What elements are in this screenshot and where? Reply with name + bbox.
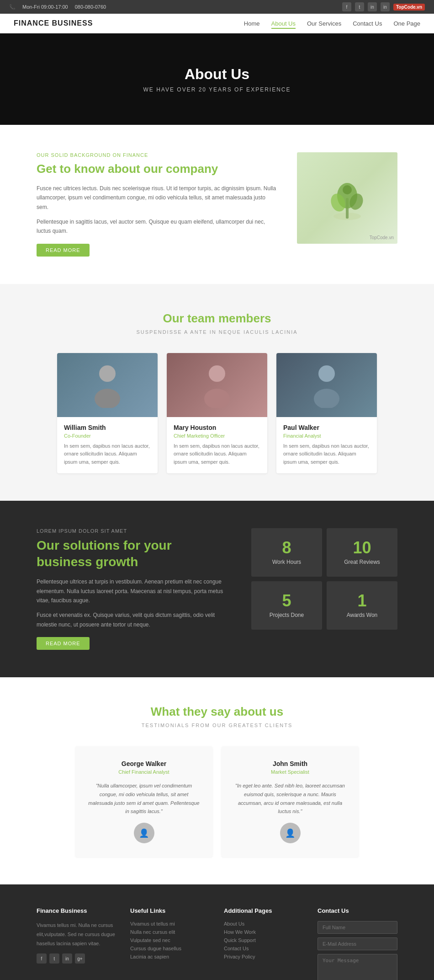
team-member-2-name: Mary Houston [174,424,260,431]
footer-page-3[interactable]: Quick Support [224,937,304,943]
stat-label-great-reviews: Great Reviews [336,559,388,565]
stat-num-projects-done: 5 [260,593,313,609]
footer-email-input[interactable] [318,937,397,950]
stats-left: LOREM IPSUM DOLOR SIT AMET Our solutions… [37,528,233,650]
stat-num-work-hours: 8 [260,540,313,556]
testimonial-1-role: Chief Financial Analyst [87,769,201,775]
footer-col-useful-links: Useful Links Vivamus ut tellus mi Nulla … [130,907,210,980]
rss-icon[interactable]: in [381,2,390,11]
stat-label-work-hours: Work Hours [260,559,313,565]
about-read-more-button[interactable]: READ MORE [37,244,90,257]
nav-home-link[interactable]: Home [244,20,260,27]
nav-about[interactable]: About Us [271,20,296,27]
about-plant-image [297,152,397,244]
top-bar-left: 📞 Mon-Fri 09:00-17:00 080-080-0760 [9,4,106,10]
footer-page-2[interactable]: How We Work [224,929,304,935]
footer-page-4[interactable]: Contact Us [224,946,304,951]
stat-label-projects-done: Projects Done [260,612,313,618]
stats-heading-green: business growth [37,555,138,569]
footer-message-textarea[interactable] [318,954,397,980]
nav-onepage-link[interactable]: One Page [393,20,420,27]
footer: Finance Business Vivamus tellus mi. Null… [0,884,434,980]
team-section: Our team members SUSPENDISSE A ANTE IN N… [0,284,434,501]
testimonials-subtitle: TESTIMONIALS FROM OUR GREATEST CLIENTS [37,723,397,728]
footer-linkedin-icon[interactable]: in [62,953,72,964]
nav-contact[interactable]: Contact Us [353,20,382,27]
stats-section: LOREM IPSUM DOLOR SIT AMET Our solutions… [0,501,434,678]
top-bar-right: f t in in TopCode.vn [342,2,425,11]
testimonial-card-2: John Smith Market Specialist "In eget le… [222,746,359,857]
stats-read-more-button[interactable]: READ MORE [37,637,90,650]
top-bar: 📞 Mon-Fri 09:00-17:00 080-080-0760 f t i… [0,0,434,14]
team-subtitle: SUSPENDISSE A ANTE IN NEQUE IACULIS LACI… [37,329,397,335]
testimonial-1-quote: "Nulla ullamcorper, ipsum vel condimentu… [87,782,201,816]
testimonial-1-name: George Walker [87,760,201,767]
footer-google-icon[interactable]: g+ [75,953,85,964]
stat-box-awards-won: 1 Awards Won [327,581,397,630]
about-text: OUR SOLID BACKGROUND ON FINANCE Get to k… [37,152,279,257]
hero-subtitle: WE HAVE OVER 20 YEARS OF EXPERIENCE [143,86,291,93]
team-grid: William Smith Co-Founder In sem sem, dap… [37,353,397,473]
nav-services[interactable]: Our Services [307,20,341,27]
svg-point-8 [209,365,225,382]
team-card-1-body: William Smith Co-Founder In sem sem, dap… [57,417,158,473]
svg-point-5 [343,185,352,194]
about-watermark: TopCode.vn [370,235,394,240]
stats-heading-normal: Our solutions for your [37,538,172,552]
stat-label-awards-won: Awards Won [336,612,388,618]
navbar: FINANCE BUSINESS Home About Us Our Servi… [0,14,434,33]
svg-point-9 [204,389,230,408]
nav-onepage[interactable]: One Page [393,20,420,27]
linkedin-icon[interactable]: in [368,2,377,11]
testimonial-2-role: Market Specialist [233,769,347,775]
stat-box-great-reviews: 10 Great Reviews [327,528,397,577]
svg-point-11 [314,389,339,408]
footer-twitter-icon[interactable]: t [49,953,59,964]
team-member-1-role: Co-Founder [64,433,151,439]
footer-col-contact: Contact Us SEND MESSAGE [318,907,397,980]
team-title: Our team members [37,311,397,326]
footer-link-5[interactable]: Lacinia ac sapien [130,954,210,959]
about-heading-normal: Get to know about [37,162,143,176]
footer-full-name-input[interactable] [318,921,397,934]
phone-icon: 📞 [9,4,16,10]
stat-box-work-hours: 8 Work Hours [251,528,322,577]
footer-brand-desc: Vivamus tellus mi. Nulla ne cursus elit,… [37,921,116,948]
footer-useful-links-title: Useful Links [130,907,210,914]
stat-box-projects-done: 5 Projects Done [251,581,322,630]
about-heading-green: our company [143,162,218,176]
navbar-nav: Home About Us Our Services Contact Us On… [244,20,420,27]
about-para1: Fusce nec ultrices lectus. Duis nec scel… [37,184,279,212]
team-member-1-name: William Smith [64,424,151,431]
footer-page-1[interactable]: About Us [224,921,304,926]
nav-home[interactable]: Home [244,20,260,27]
about-heading: Get to know about our company [37,161,279,177]
team-card-2-body: Mary Houston Chief Marketing Officer In … [167,417,267,473]
team-member-2-desc: In sem sem, dapibus non lacus auctor, or… [174,442,260,466]
testimonials-title-normal: What they say [151,705,234,718]
about-image: TopCode.vn [297,152,397,244]
footer-additional-pages-title: Additional Pages [224,907,304,914]
hero-section: About Us WE HAVE OVER 20 YEARS OF EXPERI… [0,33,434,125]
footer-link-2[interactable]: Nulla nec cursus elit [130,929,210,935]
testimonial-2-name: John Smith [233,760,347,767]
testimonials-title-green: about us [234,705,283,718]
twitter-icon[interactable]: t [355,2,364,11]
team-member-1-desc: In sem sem, dapibus non lacus auctor, or… [64,442,151,466]
nav-services-link[interactable]: Our Services [307,20,341,27]
testimonial-2-avatar: 👤 [280,823,301,843]
nav-contact-link[interactable]: Contact Us [353,20,382,27]
footer-link-1[interactable]: Vivamus ut tellus mi [130,921,210,926]
footer-link-4[interactable]: Cursus dugue hasellus [130,946,210,951]
nav-about-link[interactable]: About Us [271,20,296,29]
stats-para2: Fusce et venenatis ex. Quisque varius, v… [37,610,233,629]
phone2: 080-080-0760 [75,4,106,10]
footer-facebook-icon[interactable]: f [37,953,47,964]
facebook-icon[interactable]: f [342,2,351,11]
stat-num-awards-won: 1 [336,593,388,609]
team-card-1: William Smith Co-Founder In sem sem, dap… [57,353,158,473]
team-member-1-image [57,353,158,417]
footer-page-5[interactable]: Privacy Policy [224,954,304,959]
hero-title: About Us [185,66,249,83]
footer-link-3[interactable]: Vulputate sed nec [130,937,210,943]
